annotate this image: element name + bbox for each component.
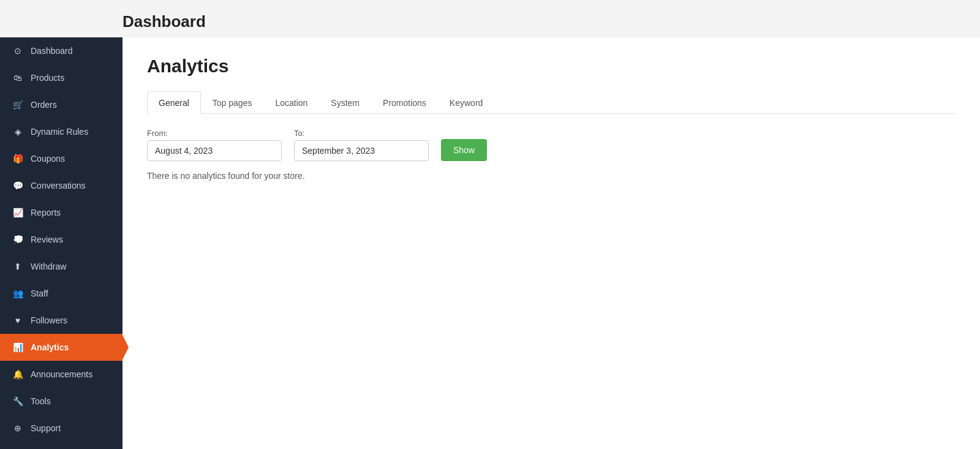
sidebar-item-orders[interactable]: 🛒Orders: [0, 91, 123, 118]
sidebar-label-tools: Tools: [31, 396, 51, 406]
sidebar-label-products: Products: [31, 73, 64, 83]
sidebar-item-products[interactable]: 🛍Products: [0, 64, 123, 91]
sidebar-item-conversations[interactable]: 💬Conversations: [0, 172, 123, 199]
sidebar-item-followers[interactable]: ♥Followers: [0, 307, 123, 334]
support-icon: ⊕: [12, 423, 23, 434]
conversations-icon: 💬: [12, 180, 23, 191]
sidebar-label-orders: Orders: [31, 100, 57, 110]
tab-general[interactable]: General: [147, 91, 201, 114]
products-icon: 🛍: [12, 72, 23, 83]
sidebar-item-dashboard[interactable]: ⊙Dashboard: [0, 37, 123, 64]
orders-icon: 🛒: [12, 99, 23, 110]
analytics-tabs: GeneralTop pagesLocationSystemPromotions…: [147, 91, 956, 114]
date-range: From: To: Show: [147, 129, 956, 161]
sidebar-label-withdraw: Withdraw: [31, 262, 66, 271]
sidebar-label-support: Support: [31, 423, 61, 433]
sidebar-label-dashboard: Dashboard: [31, 46, 73, 56]
from-label: From:: [147, 129, 282, 138]
tab-system[interactable]: System: [319, 91, 371, 114]
main-content: Analytics GeneralTop pagesLocationSystem…: [123, 37, 980, 449]
tab-location[interactable]: Location: [263, 91, 319, 114]
sidebar-label-announcements: Announcements: [31, 369, 92, 379]
sidebar-item-dynamic-rules[interactable]: ◈Dynamic Rules: [0, 118, 123, 145]
sidebar-label-coupons: Coupons: [31, 154, 65, 164]
tab-top-pages[interactable]: Top pages: [201, 91, 264, 114]
to-field: To:: [294, 129, 429, 161]
sidebar-item-staff[interactable]: 👥Staff: [0, 280, 123, 307]
to-label: To:: [294, 129, 429, 138]
followers-icon: ♥: [12, 315, 23, 326]
sidebar-item-reports[interactable]: 📈Reports: [0, 199, 123, 226]
sidebar-item-reviews[interactable]: 💭Reviews: [0, 226, 123, 253]
sidebar-item-analytics[interactable]: 📊Analytics: [0, 334, 123, 361]
sidebar-label-analytics: Analytics: [31, 342, 69, 352]
sidebar-item-tools[interactable]: 🔧Tools: [0, 388, 123, 415]
announcements-icon: 🔔: [12, 369, 23, 380]
from-input[interactable]: [147, 140, 282, 161]
staff-icon: 👥: [12, 288, 23, 299]
analytics-icon: 📊: [12, 342, 23, 353]
layout: ⊙Dashboard🛍Products🛒Orders◈Dynamic Rules…: [0, 37, 980, 449]
from-field: From:: [147, 129, 282, 161]
date-row: From: To: Show: [147, 129, 956, 161]
dashboard-icon: ⊙: [12, 45, 23, 56]
page-header: Dashboard: [0, 0, 980, 37]
tab-keyword[interactable]: Keyword: [438, 91, 494, 114]
coupons-icon: 🎁: [12, 153, 23, 164]
sidebar-label-followers: Followers: [31, 315, 67, 325]
sidebar-item-announcements[interactable]: 🔔Announcements: [0, 361, 123, 388]
tools-icon: 🔧: [12, 396, 23, 407]
analytics-page-title: Analytics: [147, 56, 956, 77]
sidebar-item-coupons[interactable]: 🎁Coupons: [0, 145, 123, 172]
sidebar-item-settings[interactable]: ⚙Settings▶: [0, 442, 123, 449]
withdraw-icon: ⬆: [12, 261, 23, 272]
sidebar-label-dynamic-rules: Dynamic Rules: [31, 127, 88, 137]
dynamic-rules-icon: ◈: [12, 126, 23, 137]
no-data-message: There is no analytics found for your sto…: [147, 171, 956, 181]
reports-icon: 📈: [12, 207, 23, 218]
sidebar-label-reports: Reports: [31, 208, 61, 217]
sidebar-label-staff: Staff: [31, 289, 48, 298]
sidebar: ⊙Dashboard🛍Products🛒Orders◈Dynamic Rules…: [0, 37, 123, 449]
page-header-title: Dashboard: [123, 12, 956, 31]
show-button[interactable]: Show: [441, 139, 487, 161]
sidebar-item-support[interactable]: ⊕Support: [0, 415, 123, 442]
reviews-icon: 💭: [12, 234, 23, 245]
tab-promotions[interactable]: Promotions: [371, 91, 438, 114]
sidebar-item-withdraw[interactable]: ⬆Withdraw: [0, 253, 123, 280]
sidebar-label-reviews: Reviews: [31, 235, 63, 244]
to-input[interactable]: [294, 140, 429, 161]
sidebar-label-conversations: Conversations: [31, 181, 86, 191]
